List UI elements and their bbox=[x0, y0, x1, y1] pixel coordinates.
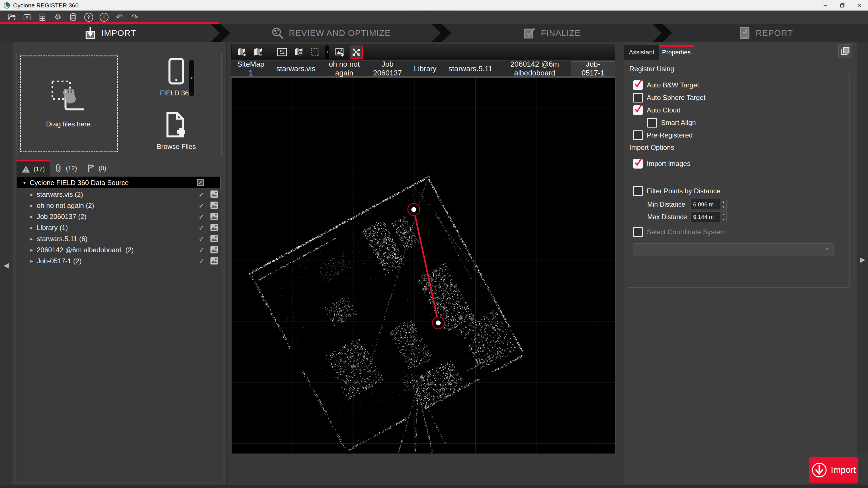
collapse-left-panel-button[interactable]: ◀ bbox=[0, 259, 12, 272]
storage-button[interactable] bbox=[68, 12, 79, 23]
drag-hand-icon bbox=[51, 80, 88, 115]
tree-root-label: Cyclone FIELD 360 Data Source bbox=[30, 179, 129, 187]
thumbnail-icon[interactable] bbox=[210, 224, 218, 232]
sitemap-tab[interactable]: Job 2060137 bbox=[367, 61, 408, 76]
minimize-icon bbox=[823, 3, 828, 8]
app-logo-icon bbox=[3, 2, 10, 9]
properties-panel: Assistant Properties Register Using Auto… bbox=[624, 42, 857, 485]
tab-attachments[interactable]: (12) bbox=[50, 160, 82, 176]
import-source-area: Drag files here. FIELD 360 ▼ Browse File… bbox=[17, 53, 222, 156]
workflow-step-report[interactable]: REPORT bbox=[663, 24, 868, 42]
expander-icon[interactable]: ▸ bbox=[29, 236, 34, 242]
min-distance-up-button[interactable]: ▲ bbox=[720, 199, 726, 204]
help-button[interactable]: ? bbox=[83, 12, 94, 23]
sitemap-tab[interactable]: starwars.vis bbox=[270, 61, 321, 76]
max-distance-down-button[interactable]: ▼ bbox=[720, 217, 726, 222]
chevron-right-icon: ▶ bbox=[860, 256, 865, 263]
import-data-button[interactable] bbox=[37, 12, 48, 23]
field360-options-dropdown[interactable]: ▼ bbox=[189, 60, 194, 97]
tree-item[interactable]: ▸ oh no not again (2) ✓ bbox=[17, 200, 221, 211]
tree-root-row[interactable]: ▾ Cyclone FIELD 360 Data Source ✓ bbox=[17, 177, 221, 189]
import-images-checkbox[interactable] bbox=[633, 159, 643, 168]
close-button[interactable] bbox=[851, 0, 868, 10]
tree-item[interactable]: ▸ starwars.5.11 (6) ✓ bbox=[17, 233, 221, 244]
pre-registered-checkbox[interactable] bbox=[633, 130, 643, 140]
expander-icon[interactable]: ▸ bbox=[29, 202, 34, 209]
browse-files-button[interactable]: Browse Files bbox=[142, 111, 211, 151]
coordinate-system-select[interactable]: ▼ bbox=[633, 243, 834, 256]
expander-icon[interactable]: ▸ bbox=[29, 191, 34, 198]
tree-item[interactable]: ▸ 2060142 @6m albedoboard (2) ✓ bbox=[17, 244, 221, 255]
map-pin-icon bbox=[293, 47, 303, 57]
about-button[interactable]: i bbox=[98, 12, 110, 23]
select-coordinate-system-checkbox[interactable] bbox=[633, 227, 643, 237]
undo-button[interactable]: ↶ bbox=[114, 12, 125, 23]
auto-bw-target-checkbox[interactable] bbox=[633, 80, 643, 90]
checked-icon: ✓ bbox=[198, 202, 204, 210]
add-sitemap-button[interactable] bbox=[235, 45, 248, 59]
field360-button[interactable]: FIELD 360 bbox=[142, 58, 211, 97]
sitemap-tab[interactable]: oh no not again bbox=[321, 61, 367, 76]
traverse-links-button[interactable] bbox=[350, 45, 363, 59]
expander-icon[interactable]: ▸ bbox=[29, 225, 34, 231]
expander-icon[interactable]: ▸ bbox=[29, 247, 34, 253]
restore-button[interactable] bbox=[834, 0, 851, 10]
data-source-tree: ▾ Cyclone FIELD 360 Data Source ✓ ▸ star… bbox=[17, 176, 221, 481]
tree-item[interactable]: ▸ starwars.vis (2) ✓ bbox=[17, 189, 221, 200]
import-button-label: Import bbox=[831, 465, 856, 475]
expander-icon[interactable]: ▸ bbox=[29, 258, 34, 264]
min-distance-input[interactable] bbox=[691, 199, 720, 209]
minimize-button[interactable] bbox=[817, 0, 834, 10]
auto-sphere-target-checkbox[interactable] bbox=[633, 93, 643, 102]
sitemap-tab[interactable]: starwars.5.11 bbox=[442, 61, 498, 76]
import-button[interactable]: Import bbox=[809, 457, 858, 483]
cyclone-register-360-window: Cyclone REGISTER 360 ⚙ bbox=[0, 0, 868, 488]
max-distance-input[interactable] bbox=[691, 212, 720, 222]
sitemap-tab[interactable]: Library bbox=[408, 61, 442, 76]
max-distance-up-button[interactable]: ▲ bbox=[720, 212, 726, 217]
thumbnail-icon[interactable] bbox=[210, 190, 218, 199]
thumbnail-icon[interactable] bbox=[210, 246, 218, 254]
tab-assistant[interactable]: Assistant bbox=[624, 45, 659, 60]
tab-warnings[interactable]: (17) bbox=[17, 160, 50, 176]
thumbnail-icon[interactable] bbox=[210, 257, 218, 265]
thumbnail-icon[interactable] bbox=[210, 201, 218, 210]
add-file-icon bbox=[165, 111, 187, 138]
close-project-button[interactable] bbox=[22, 12, 32, 23]
tree-item[interactable]: ▸ Library (1) ✓ bbox=[17, 222, 221, 233]
export-image-button[interactable] bbox=[333, 45, 346, 59]
open-project-button[interactable] bbox=[6, 12, 17, 23]
selection-options-dropdown[interactable]: ▼ bbox=[325, 45, 330, 59]
swap-sitemap-button[interactable] bbox=[275, 45, 288, 59]
collapse-right-panel-button[interactable]: ▶ bbox=[857, 253, 868, 266]
pointcloud-canvas[interactable] bbox=[231, 78, 615, 454]
tree-item[interactable]: ▸ Job-0517-1 (2) ✓ bbox=[17, 255, 221, 266]
settings-button[interactable]: ⚙ bbox=[53, 12, 63, 23]
panel-layout-button[interactable] bbox=[838, 44, 852, 58]
sitemap-tab[interactable]: 2060142 @6m albedoboard bbox=[498, 61, 571, 76]
min-distance-down-button[interactable]: ▼ bbox=[720, 204, 726, 209]
file-dropzone[interactable]: Drag files here. bbox=[20, 56, 118, 152]
auto-cloud-checkbox[interactable] bbox=[633, 105, 643, 115]
tab-targets[interactable]: (0) bbox=[82, 160, 111, 176]
tree-item[interactable]: ▸ Job 2060137 (2) ✓ bbox=[17, 211, 221, 222]
selection-box-button[interactable] bbox=[308, 45, 321, 59]
tab-properties[interactable]: Properties bbox=[659, 45, 694, 60]
thumbnail-icon[interactable] bbox=[210, 213, 218, 221]
thumbnail-icon[interactable] bbox=[210, 235, 218, 243]
tree-root-checkbox[interactable]: ✓ bbox=[197, 179, 204, 186]
map-add-icon bbox=[237, 47, 246, 57]
sitemap-tab-strip: SiteMap 1 starwars.vis oh no not again J… bbox=[231, 61, 615, 77]
sitemap-pin-button[interactable] bbox=[292, 45, 305, 59]
workflow-step-import[interactable]: IMPORT bbox=[0, 24, 220, 42]
filter-points-checkbox[interactable] bbox=[633, 186, 643, 196]
redo-button[interactable]: ↷ bbox=[129, 12, 140, 23]
workflow-step-review[interactable]: REVIEW AND OPTIMIZE bbox=[221, 24, 441, 42]
smart-align-checkbox[interactable] bbox=[647, 118, 657, 128]
expander-icon[interactable]: ▸ bbox=[29, 214, 34, 220]
sitemap-tab[interactable]: SiteMap 1 bbox=[231, 61, 270, 76]
workflow-step-finalize[interactable]: FINALIZE bbox=[442, 24, 662, 42]
remove-sitemap-button[interactable] bbox=[251, 45, 265, 59]
sitemap-tab-active[interactable]: Job-0517-1 bbox=[571, 61, 615, 76]
expander-icon[interactable]: ▾ bbox=[22, 180, 27, 186]
